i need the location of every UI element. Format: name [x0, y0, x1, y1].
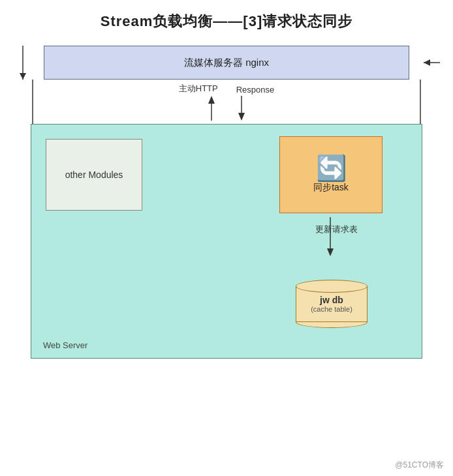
- db-cylinder: jw db (cache table): [296, 280, 367, 328]
- response-label: Response: [236, 85, 275, 95]
- other-modules-box: other Modules: [46, 139, 142, 211]
- right-arrow-into-nginx-icon: [420, 56, 440, 69]
- webserver-box: other Modules 🔄 同步task 更新请求表 jw d: [31, 124, 422, 359]
- page-title: Stream负载均衡——[3]请求状态同步: [13, 12, 440, 31]
- db-label: jw db: [320, 295, 343, 305]
- other-modules-label: other Modules: [65, 170, 123, 180]
- db-top: [296, 280, 367, 293]
- down-arrow-icon: [236, 96, 247, 121]
- svg-marker-3: [424, 59, 430, 66]
- svg-marker-6: [208, 96, 215, 104]
- right-vertical-line-icon: [411, 80, 430, 124]
- nginx-label: 流媒体服务器 nginx: [184, 57, 269, 69]
- diagram-area: 流媒体服务器 nginx 主动HTTP: [13, 46, 440, 359]
- sync-task-box: 🔄 同步task: [279, 136, 383, 213]
- active-http-label: 主动HTTP: [179, 83, 218, 95]
- up-arrow-icon: [206, 96, 217, 121]
- nginx-box: 流媒体服务器 nginx: [44, 46, 409, 80]
- db-box: jw db (cache table): [286, 280, 377, 328]
- sync-to-db-arrow-icon: [324, 217, 337, 256]
- watermark: @51CTO博客: [395, 460, 444, 471]
- left-vertical-line-icon: [23, 80, 42, 124]
- sync-arrows-icon: 🔄: [316, 156, 347, 181]
- sync-task-label: 同步task: [313, 182, 349, 194]
- page: Stream负载均衡——[3]请求状态同步 流媒体服务器 nginx: [0, 0, 453, 476]
- svg-marker-1: [20, 73, 26, 80]
- svg-marker-8: [238, 113, 245, 121]
- webserver-label: Web Server: [43, 340, 87, 350]
- left-loop-arrow-icon: [13, 46, 33, 80]
- db-sublabel: (cache table): [311, 305, 352, 313]
- svg-marker-11: [327, 248, 334, 256]
